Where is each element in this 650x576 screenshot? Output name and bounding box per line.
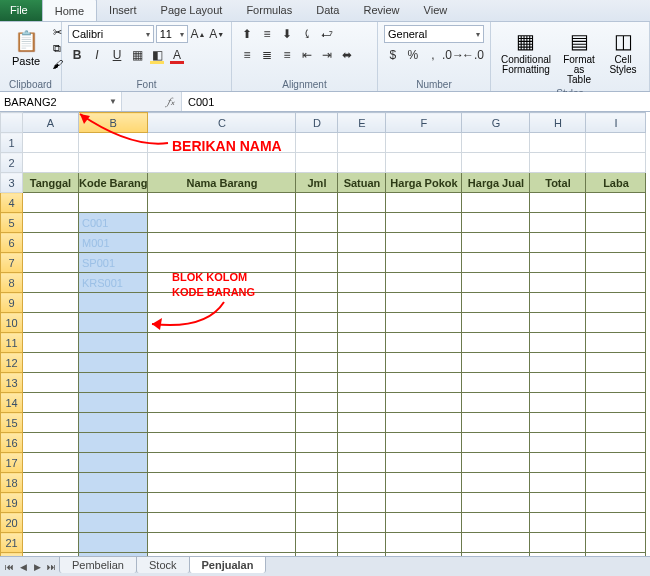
column-header-I[interactable]: I bbox=[586, 113, 646, 133]
cell-C2[interactable] bbox=[148, 153, 296, 173]
column-header-D[interactable]: D bbox=[296, 113, 338, 133]
row-header-3[interactable]: 3 bbox=[1, 173, 23, 193]
cell-H6[interactable] bbox=[530, 233, 586, 253]
align-left-icon[interactable]: ≡ bbox=[238, 46, 256, 64]
cell-H1[interactable] bbox=[530, 133, 586, 153]
cell-C20[interactable] bbox=[148, 513, 296, 533]
cell-B14[interactable] bbox=[79, 393, 148, 413]
cell-A15[interactable] bbox=[23, 413, 79, 433]
column-header-F[interactable]: F bbox=[386, 113, 462, 133]
cell-G19[interactable] bbox=[462, 493, 530, 513]
cell-A9[interactable] bbox=[23, 293, 79, 313]
cell-H5[interactable] bbox=[530, 213, 586, 233]
font-family-combo[interactable]: Calibri▾ bbox=[68, 25, 154, 43]
cell-E16[interactable] bbox=[338, 433, 386, 453]
cell-E2[interactable] bbox=[338, 153, 386, 173]
italic-button[interactable]: I bbox=[88, 46, 106, 64]
cell-B5[interactable]: C001 bbox=[79, 213, 148, 233]
file-tab[interactable]: File bbox=[0, 0, 42, 21]
increase-font-icon[interactable]: A▲ bbox=[190, 25, 207, 43]
cell-A12[interactable] bbox=[23, 353, 79, 373]
chevron-down-icon[interactable]: ▼ bbox=[109, 97, 117, 106]
conditional-formatting-button[interactable]: ▦Conditional Formatting bbox=[497, 25, 555, 77]
cell-F14[interactable] bbox=[386, 393, 462, 413]
row-header-2[interactable]: 2 bbox=[1, 153, 23, 173]
row-header-6[interactable]: 6 bbox=[1, 233, 23, 253]
row-header-19[interactable]: 19 bbox=[1, 493, 23, 513]
row-header-8[interactable]: 8 bbox=[1, 273, 23, 293]
cell-G10[interactable] bbox=[462, 313, 530, 333]
row-header-14[interactable]: 14 bbox=[1, 393, 23, 413]
cell-I2[interactable] bbox=[586, 153, 646, 173]
cell-B12[interactable] bbox=[79, 353, 148, 373]
cell-D3[interactable]: Jml bbox=[296, 173, 338, 193]
cell-E9[interactable] bbox=[338, 293, 386, 313]
cell-E19[interactable] bbox=[338, 493, 386, 513]
row-header-13[interactable]: 13 bbox=[1, 373, 23, 393]
cell-I4[interactable] bbox=[586, 193, 646, 213]
cell-F10[interactable] bbox=[386, 313, 462, 333]
cell-E5[interactable] bbox=[338, 213, 386, 233]
cell-A6[interactable] bbox=[23, 233, 79, 253]
ribbon-tab-home[interactable]: Home bbox=[42, 0, 97, 21]
row-header-10[interactable]: 10 bbox=[1, 313, 23, 333]
cell-C7[interactable] bbox=[148, 253, 296, 273]
row-header-16[interactable]: 16 bbox=[1, 433, 23, 453]
cell-A14[interactable] bbox=[23, 393, 79, 413]
cell-D21[interactable] bbox=[296, 533, 338, 553]
cell-H10[interactable] bbox=[530, 313, 586, 333]
cell-H11[interactable] bbox=[530, 333, 586, 353]
cell-C1[interactable] bbox=[148, 133, 296, 153]
cell-D5[interactable] bbox=[296, 213, 338, 233]
cell-A5[interactable] bbox=[23, 213, 79, 233]
cell-A4[interactable] bbox=[23, 193, 79, 213]
cell-B1[interactable] bbox=[79, 133, 148, 153]
sheet-tab-stock[interactable]: Stock bbox=[136, 556, 190, 573]
cell-G13[interactable] bbox=[462, 373, 530, 393]
cell-C16[interactable] bbox=[148, 433, 296, 453]
cell-G8[interactable] bbox=[462, 273, 530, 293]
cell-A7[interactable] bbox=[23, 253, 79, 273]
orientation-icon[interactable]: ⤹ bbox=[298, 25, 316, 43]
cell-B2[interactable] bbox=[79, 153, 148, 173]
cell-D12[interactable] bbox=[296, 353, 338, 373]
cell-H15[interactable] bbox=[530, 413, 586, 433]
cell-D15[interactable] bbox=[296, 413, 338, 433]
cell-B16[interactable] bbox=[79, 433, 148, 453]
cell-D7[interactable] bbox=[296, 253, 338, 273]
cell-B13[interactable] bbox=[79, 373, 148, 393]
cell-A3[interactable]: Tanggal bbox=[23, 173, 79, 193]
cell-G4[interactable] bbox=[462, 193, 530, 213]
cell-E20[interactable] bbox=[338, 513, 386, 533]
cell-F17[interactable] bbox=[386, 453, 462, 473]
cell-C3[interactable]: Nama Barang bbox=[148, 173, 296, 193]
column-header-H[interactable]: H bbox=[530, 113, 586, 133]
cell-F15[interactable] bbox=[386, 413, 462, 433]
decrease-indent-icon[interactable]: ⇤ bbox=[298, 46, 316, 64]
cell-H7[interactable] bbox=[530, 253, 586, 273]
cell-G16[interactable] bbox=[462, 433, 530, 453]
cell-C4[interactable] bbox=[148, 193, 296, 213]
cell-B6[interactable]: M001 bbox=[79, 233, 148, 253]
cell-C10[interactable] bbox=[148, 313, 296, 333]
row-header-7[interactable]: 7 bbox=[1, 253, 23, 273]
fx-label[interactable]: 𝑓ₓ bbox=[122, 92, 182, 111]
cell-E4[interactable] bbox=[338, 193, 386, 213]
cell-D19[interactable] bbox=[296, 493, 338, 513]
worksheet[interactable]: ABCDEFGHI12Penjualan3TanggalKode BarangN… bbox=[0, 112, 650, 576]
cell-G17[interactable] bbox=[462, 453, 530, 473]
formula-input[interactable]: C001 bbox=[182, 92, 650, 111]
cell-B10[interactable] bbox=[79, 313, 148, 333]
cell-B18[interactable] bbox=[79, 473, 148, 493]
row-header-20[interactable]: 20 bbox=[1, 513, 23, 533]
cell-H8[interactable] bbox=[530, 273, 586, 293]
cell-G12[interactable] bbox=[462, 353, 530, 373]
underline-button[interactable]: U bbox=[108, 46, 126, 64]
align-right-icon[interactable]: ≡ bbox=[278, 46, 296, 64]
cell-E15[interactable] bbox=[338, 413, 386, 433]
cell-F12[interactable] bbox=[386, 353, 462, 373]
accounting-format-icon[interactable]: $ bbox=[384, 46, 402, 64]
align-top-icon[interactable]: ⬆ bbox=[238, 25, 256, 43]
cell-C13[interactable] bbox=[148, 373, 296, 393]
cell-C19[interactable] bbox=[148, 493, 296, 513]
